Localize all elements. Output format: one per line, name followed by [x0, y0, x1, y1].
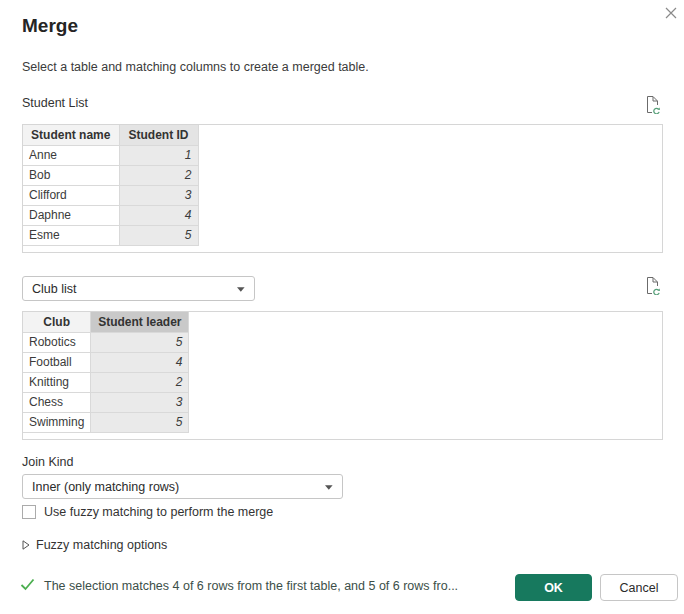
table-cell[interactable]: 4 [119, 205, 198, 225]
second-table-preview: ClubStudent leaderRobotics5Football4Knit… [22, 311, 663, 440]
table-row: Bob2 [23, 165, 198, 185]
cancel-button[interactable]: Cancel [600, 574, 678, 601]
second-table-selector[interactable]: Club list [22, 276, 255, 301]
table-row: Esme5 [23, 225, 198, 245]
table-cell[interactable]: 2 [119, 165, 198, 185]
table-row: Clifford3 [23, 185, 198, 205]
table-cell[interactable]: Daphne [23, 205, 119, 225]
column-header[interactable]: Student ID [119, 125, 198, 145]
table-cell[interactable]: 3 [91, 392, 189, 412]
table-cell[interactable]: 5 [91, 332, 189, 352]
column-header[interactable]: Club [23, 312, 91, 332]
chevron-right-icon [22, 540, 30, 550]
dialog-description: Select a table and matching columns to c… [22, 60, 369, 74]
table-cell[interactable]: Robotics [23, 332, 91, 352]
table-row: Knitting2 [23, 372, 189, 392]
table-row: Swimming5 [23, 412, 189, 432]
refresh-preview-button-2[interactable] [644, 276, 661, 295]
join-kind-value: Inner (only matching rows) [32, 480, 179, 494]
table-cell[interactable]: Swimming [23, 412, 91, 432]
first-table-preview: Student nameStudent IDAnne1Bob2Clifford3… [22, 124, 663, 253]
table-cell[interactable]: 1 [119, 145, 198, 165]
fuzzy-matching-row: Use fuzzy matching to perform the merge [22, 505, 273, 519]
join-kind-label: Join Kind [22, 455, 73, 469]
status-bar: The selection matches 4 of 6 rows from t… [20, 578, 458, 593]
page-title: Merge [22, 15, 78, 37]
table-cell[interactable]: Esme [23, 225, 119, 245]
fuzzy-matching-checkbox-label[interactable]: Use fuzzy matching to perform the merge [44, 505, 273, 519]
table-row: Daphne4 [23, 205, 198, 225]
merge-dialog: Merge Select a table and matching column… [0, 0, 684, 614]
document-refresh-icon [644, 276, 661, 295]
table-cell[interactable]: 5 [91, 412, 189, 432]
table-header-row: Student nameStudent ID [23, 125, 198, 145]
success-check-icon [20, 578, 35, 591]
ok-button[interactable]: OK [515, 574, 592, 601]
table-cell[interactable]: Knitting [23, 372, 91, 392]
close-icon [665, 7, 677, 19]
table-cell[interactable]: Clifford [23, 185, 119, 205]
table-cell[interactable]: Chess [23, 392, 91, 412]
table-cell[interactable]: Football [23, 352, 91, 372]
fuzzy-options-expander-label: Fuzzy matching options [36, 538, 167, 552]
second-table-selector-value: Club list [32, 282, 76, 296]
column-header[interactable]: Student name [23, 125, 119, 145]
fuzzy-options-expander[interactable]: Fuzzy matching options [22, 538, 167, 552]
table-cell[interactable]: 4 [91, 352, 189, 372]
table-cell[interactable]: 5 [119, 225, 198, 245]
second-table: ClubStudent leaderRobotics5Football4Knit… [23, 312, 189, 433]
document-refresh-icon [644, 95, 661, 114]
join-kind-dropdown[interactable]: Inner (only matching rows) [22, 474, 343, 499]
chevron-down-icon [324, 480, 334, 494]
table-row: Football4 [23, 352, 189, 372]
table-row: Robotics5 [23, 332, 189, 352]
table-row: Chess3 [23, 392, 189, 412]
close-button[interactable] [662, 4, 680, 22]
first-table: Student nameStudent IDAnne1Bob2Clifford3… [23, 125, 199, 246]
status-message: The selection matches 4 of 6 rows from t… [44, 578, 458, 593]
table-cell[interactable]: Bob [23, 165, 119, 185]
first-table-label: Student List [22, 96, 88, 110]
table-row: Anne1 [23, 145, 198, 165]
table-cell[interactable]: 2 [91, 372, 189, 392]
chevron-down-icon [236, 282, 246, 296]
table-cell[interactable]: Anne [23, 145, 119, 165]
table-header-row: ClubStudent leader [23, 312, 189, 332]
table-cell[interactable]: 3 [119, 185, 198, 205]
column-header[interactable]: Student leader [91, 312, 189, 332]
refresh-preview-button-1[interactable] [644, 95, 661, 114]
fuzzy-matching-checkbox[interactable] [22, 505, 36, 519]
